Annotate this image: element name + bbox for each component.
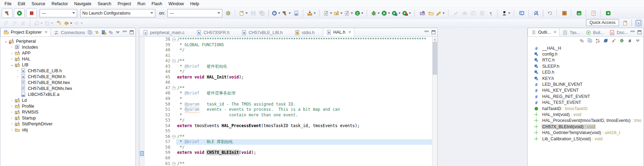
code-line[interactable]: */ (176, 145, 432, 150)
expander-collapsed-icon[interactable]: › (9, 122, 15, 126)
dropdown-arrow-icon[interactable] (388, 13, 390, 14)
new-wizard-button[interactable] (239, 9, 249, 17)
code-area[interactable]: /***************************************… (176, 37, 432, 166)
outline-item[interactable]: Lib_Calibration_LSI(void) : void (528, 136, 643, 142)
view-menu-button[interactable] (635, 38, 641, 44)
sort-az-button[interactable]: az (595, 38, 601, 44)
tab-outli-[interactable]: Outli...✕ (528, 28, 560, 36)
quick-access-button[interactable]: Quick Access (586, 19, 619, 26)
tree-item[interactable]: 010LIBCH57xBLE.a (0, 91, 135, 97)
code-line[interactable] (176, 53, 432, 59)
dropdown-arrow-icon[interactable] (508, 13, 510, 14)
focus-gray-button[interactable] (579, 38, 585, 44)
code-line[interactable]: extern void CH57X_BLEInit(void); (176, 150, 432, 156)
menu-item-window[interactable]: Window (165, 1, 187, 7)
menu-item-edit[interactable]: Edit (15, 1, 28, 7)
id-tool-button[interactable]: Id (575, 9, 583, 17)
tree-item[interactable]: ›CRVMSIS (0, 109, 135, 115)
outline-item[interactable]: HAL_GetInterTempValue(void) : uint16_t (528, 130, 643, 135)
code-line[interactable] (176, 80, 432, 85)
code-line[interactable]: */ (176, 118, 432, 123)
run-button[interactable] (14, 8, 25, 18)
dropdown-arrow-icon[interactable] (409, 13, 411, 14)
menu-item-source[interactable]: Source (28, 1, 49, 7)
menu-item-flash[interactable]: Flash (148, 1, 165, 7)
outline-item[interactable]: KEY.h (528, 75, 643, 81)
expander-collapsed-icon[interactable]: › (9, 116, 15, 120)
minimize-button[interactable] (629, 29, 635, 35)
user-account-button[interactable] (501, 9, 511, 17)
dropdown-arrow-icon[interactable] (314, 13, 316, 14)
expander-collapsed-icon[interactable]: › (15, 75, 20, 78)
code-line[interactable]: * @brief BLE 库初始化 (176, 139, 432, 145)
dropdown-arrow-icon[interactable] (340, 13, 342, 14)
outline-item[interactable]: #HAL_REG_INIT_EVENT (528, 93, 643, 99)
plugin-button[interactable] (560, 9, 569, 17)
tree-item[interactable]: ⌄CLIB (0, 62, 135, 68)
fold-marker-icon[interactable] (171, 134, 176, 140)
fold-marker-icon[interactable] (171, 85, 176, 91)
dropdown-arrow-icon[interactable] (51, 23, 53, 24)
tree-item[interactable]: CH57xBLE_ROMx.hex (0, 85, 135, 91)
editor-scrollbar[interactable]: ▲ (432, 37, 437, 166)
expander-collapsed-icon[interactable]: › (9, 51, 15, 55)
maximize-button[interactable] (636, 29, 642, 35)
scroll-up-arrow-icon[interactable]: ▲ (432, 37, 437, 42)
run-as-button[interactable] (381, 9, 391, 17)
focus-building-button[interactable] (101, 29, 107, 35)
focus-gray-button[interactable] (108, 29, 114, 35)
code-line[interactable]: /** (176, 85, 432, 91)
expander-collapsed-icon[interactable]: › (9, 45, 15, 49)
expander-collapsed-icon[interactable]: › (9, 128, 15, 132)
refresh-index-button[interactable]: C (354, 9, 364, 17)
export-run-button[interactable] (604, 9, 612, 17)
expander-collapsed-icon[interactable]: › (9, 110, 15, 114)
tab-tas-[interactable]: Tas... (560, 28, 583, 36)
maximize-button[interactable] (430, 29, 436, 35)
tab-doc-[interactable]: ADoc... (606, 28, 631, 36)
maximize-button[interactable] (129, 29, 134, 35)
outline-item[interactable]: SLEEP.h (528, 63, 643, 69)
c-cpp-perspective-button[interactable]: c (635, 20, 642, 26)
view-menu-button[interactable] (115, 29, 121, 35)
outline-item[interactable]: HAL_ProcessEvent(tmosTaskID, tmosEvents)… (528, 118, 643, 124)
dropdown-arrow-icon[interactable] (378, 13, 380, 14)
scrollbar-thumb[interactable] (433, 42, 437, 75)
menu-item-search[interactable]: Search (94, 1, 115, 7)
minimize-button[interactable] (423, 29, 429, 35)
expander-expanded-icon[interactable]: ⌄ (9, 63, 15, 67)
tree-item[interactable]: ›obj (0, 127, 135, 133)
code-line[interactable]: * (176, 96, 432, 102)
launch-target-combo[interactable]: --- (167, 9, 222, 17)
outline-item[interactable]: halTaskID : tmosTaskID (528, 106, 643, 111)
tree-item[interactable]: ›hCH57xBLE_LIB.h (0, 68, 135, 74)
dropdown-arrow-icon[interactable] (351, 13, 353, 14)
menu-item-file[interactable]: File (1, 1, 15, 7)
code-line[interactable]: extern void HAL_Init(void); (176, 75, 432, 80)
tree-item[interactable]: ›hIncludes (0, 44, 135, 50)
outline-item[interactable]: #HAL_KEY_EVENT (528, 88, 643, 93)
code-line[interactable]: /** (176, 134, 432, 140)
search-cancel-button[interactable] (532, 9, 540, 17)
terminate-button[interactable] (26, 8, 37, 18)
tree-item[interactable]: ›hCH57xBLE_ROM.h (0, 74, 135, 80)
import-button[interactable] (307, 9, 317, 17)
build-button[interactable] (2, 8, 13, 18)
close-icon[interactable]: ✕ (348, 30, 351, 34)
code-line[interactable] (176, 156, 432, 161)
dropdown-arrow-icon[interactable] (361, 13, 363, 14)
tab-ch573sfr-h[interactable]: hCH573SFR.h (193, 28, 238, 36)
profile-button[interactable] (271, 9, 281, 17)
collapse-all-button[interactable] (587, 38, 593, 44)
outline-item[interactable]: RTC.h (528, 57, 643, 63)
tree-item[interactable]: ›CProfile (0, 103, 135, 109)
binary-tools-button[interactable]: 010 (292, 9, 300, 17)
minimize-button[interactable] (122, 29, 127, 35)
tree-item[interactable]: ›CStartup (0, 115, 135, 121)
dropdown-arrow-icon[interactable] (330, 13, 332, 14)
collapse-all-button[interactable] (87, 29, 93, 35)
close-icon[interactable]: ✕ (44, 30, 48, 34)
code-line[interactable] (176, 128, 432, 134)
tab-project-explorer[interactable]: Project Explorer✕ (0, 28, 51, 36)
code-line[interactable]: * GLOBAL FUNCTIONS (176, 42, 432, 48)
